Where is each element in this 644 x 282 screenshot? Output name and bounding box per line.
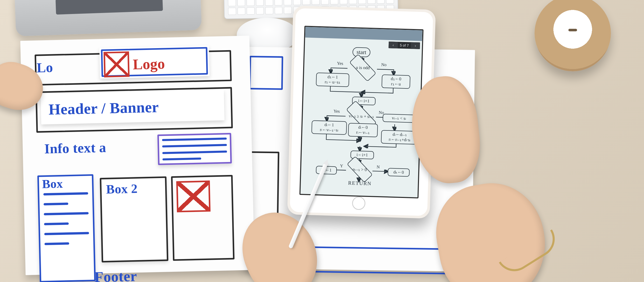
wf-box3-placeholder-icon: [176, 181, 211, 212]
wf-left-footer-label: Footer: [94, 267, 137, 282]
wf-logo-card: Logo: [99, 46, 209, 79]
flow-label-yes-2: Yes: [333, 109, 340, 114]
flow-rect-left-b: dᵢ←1 rᵢ←vᵢ₋₁−sᵢ: [311, 120, 347, 135]
wf-right-header-box: [249, 56, 283, 90]
wf-header-label: Header / Banner: [48, 98, 159, 118]
wf-logo-placeholder-icon: [104, 51, 130, 77]
wireframe-paper-left: Lo Logo Header / Banner Info text a Box …: [20, 36, 255, 275]
wf-box1-card: Box: [37, 174, 96, 282]
flow-start: start: [352, 47, 370, 57]
flow-label-no-1: No: [381, 62, 386, 68]
wf-box2-border: Box 2: [100, 176, 168, 262]
flow-rect-right-b: vᵢ₋₁ < sᵢ: [383, 114, 415, 123]
coffee-cup: [535, 0, 611, 71]
flow-rect-left-a: d₁←1 r₁←u−s₁: [316, 73, 349, 87]
wf-info-lines-icon: [162, 138, 227, 160]
laptop: [15, 0, 202, 36]
wf-box1-lines-icon: [43, 192, 90, 270]
flow-rect-mid-b: dᵢ←0 rᵢ←vᵢ₋₁: [348, 123, 378, 137]
wf-info-label: Info text a: [44, 140, 106, 157]
wf-box2-label: Box 2: [106, 181, 138, 197]
app-topbar: [305, 27, 423, 41]
flow-rect-right-d: dₖ←0: [388, 168, 410, 177]
wf-info-lines-card: [157, 133, 232, 165]
flow-rect-right-a: d₁←0 r₁←u: [382, 74, 411, 89]
flow-label-yes-1: Yes: [337, 61, 343, 66]
flow-label-y: Y: [340, 164, 343, 169]
wf-lo-fragment: Lo: [36, 59, 53, 75]
desk-scene: Footer Lo Logo Header / Banner Info text…: [0, 0, 644, 282]
wf-header-card: Header / Banner: [40, 90, 225, 124]
wf-box1-label: Box: [42, 177, 63, 191]
wf-logo-label: Logo: [133, 55, 165, 73]
flow-label-n: N: [376, 165, 380, 170]
tablet-screen[interactable]: ‹ 5 of 7 ›: [299, 26, 423, 198]
flow-return: RETURN: [348, 180, 372, 187]
